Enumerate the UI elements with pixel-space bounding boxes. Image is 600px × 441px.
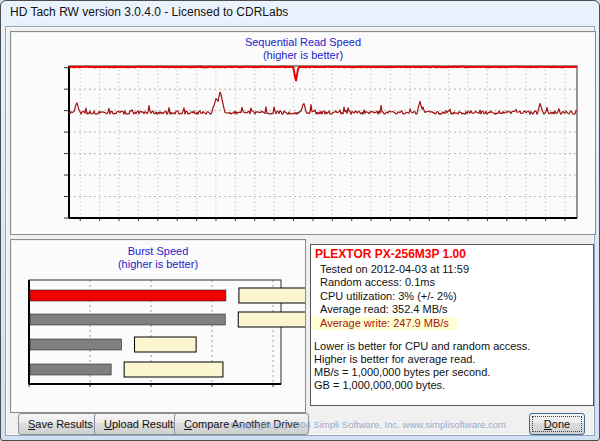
info-line-cpu: CPU utilization: 3% (+/- 2%) bbox=[311, 290, 593, 304]
drive-name: PLEXTOR PX-256M3P 1.00 bbox=[311, 245, 593, 263]
info-note: Lower is better for CPU and random acces… bbox=[311, 340, 593, 353]
window-title: HD Tach RW version 3.0.4.0 - Licensed to… bbox=[10, 5, 288, 19]
client-area: Sequential Read Speed (higher is better)… bbox=[5, 26, 595, 436]
info-line-tested: Tested on 2012-04-03 at 11:59 bbox=[311, 263, 593, 277]
info-note: MB/s = 1,000,000 bytes per second. bbox=[311, 366, 593, 379]
sequential-speed-chart: 350 MB/s300 MB/s250 MB/s200 MB/s150 MB/s… bbox=[11, 32, 595, 232]
info-notes: Lower is better for CPU and random acces… bbox=[311, 340, 593, 392]
info-line-avg-write: Average write: 247.9 MB/s bbox=[311, 317, 457, 331]
svg-text:ATA UltraDMA 6: ATA UltraDMA 6 bbox=[11, 240, 125, 243]
title-bar[interactable]: HD Tach RW version 3.0.4.0 - Licensed to… bbox=[1, 1, 599, 23]
save-results-label: Save Results bbox=[28, 418, 93, 430]
info-note: GB = 1,000,000,000 bytes. bbox=[311, 379, 593, 392]
copyright-text: Copyright (C) 2004 Simpli Software, Inc.… bbox=[230, 419, 506, 430]
hdtach-window: HD Tach RW version 3.0.4.0 - Licensed to… bbox=[0, 0, 600, 441]
info-note: Higher is better for average read. bbox=[311, 353, 593, 366]
save-results-button[interactable]: Save Results bbox=[18, 413, 103, 435]
info-line-avg-read: Average read: 352.4 MB/s bbox=[311, 303, 593, 317]
burst-speed-chart-panel: Burst Speed (higher is better) 010020030… bbox=[10, 239, 306, 413]
done-label: Done bbox=[530, 418, 584, 430]
info-line-random-access: Random access: 0.1ms bbox=[311, 276, 593, 290]
burst-speed-chart: 0100200300400321.1 MB/sSCSI Ultra320SATA… bbox=[11, 240, 305, 410]
upload-results-label: Upload Results bbox=[104, 418, 179, 430]
svg-text:255.8GB: 255.8GB bbox=[11, 32, 74, 35]
results-info-panel: PLEXTOR PX-256M3P 1.00 Tested on 2012-04… bbox=[310, 244, 594, 406]
sequential-speed-chart-panel: Sequential Read Speed (higher is better)… bbox=[10, 31, 596, 235]
done-button[interactable]: Done bbox=[529, 413, 585, 435]
